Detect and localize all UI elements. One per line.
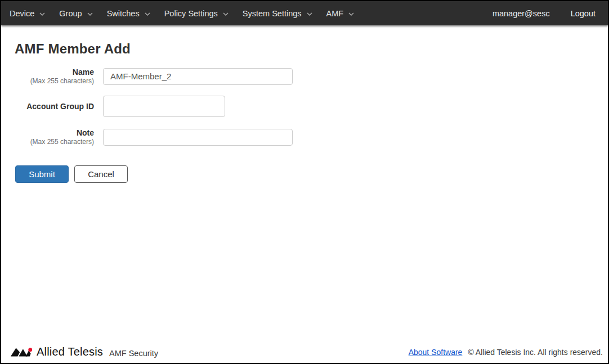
nav-item-device[interactable]: Device (8, 7, 48, 20)
amf-member-add-form: Name (Max 255 characters) Account Group … (15, 68, 608, 183)
nav-item-amf[interactable]: AMF (325, 7, 358, 20)
chevron-down-icon (145, 12, 150, 16)
nav-item-label: AMF (326, 9, 344, 18)
note-input[interactable] (103, 129, 293, 146)
submit-button[interactable]: Submit (15, 165, 69, 183)
chevron-down-icon (348, 12, 354, 16)
brand-name: Allied Telesis (37, 345, 103, 358)
nav-item-switches[interactable]: Switches (106, 7, 154, 20)
chevron-down-icon (87, 12, 93, 16)
nav-item-policy-settings[interactable]: Policy Settings (163, 7, 232, 20)
account-group-id-label: Account Group ID (15, 102, 94, 111)
main-content: AMF Member Add Name (Max 255 characters)… (1, 25, 608, 345)
form-actions: Submit Cancel (15, 165, 608, 183)
cancel-button[interactable]: Cancel (74, 165, 128, 183)
name-label-block: Name (Max 255 characters) (15, 68, 94, 86)
chevron-down-icon (223, 12, 229, 16)
nav-menu: Device Group Switches Policy Settings (8, 7, 367, 20)
note-label-block: Note (Max 255 characters) (15, 128, 94, 146)
footer: Allied Telesis AMF Security About Softwa… (1, 345, 608, 363)
note-label: Note (15, 128, 94, 137)
note-hint: (Max 255 characters) (15, 138, 94, 146)
logged-in-user: manager@sesc (492, 9, 550, 18)
chevron-down-icon (307, 12, 312, 16)
about-software-link[interactable]: About Software (409, 348, 463, 357)
nav-item-label: Device (10, 9, 34, 18)
nav-item-group[interactable]: Group (58, 7, 96, 20)
chevron-down-icon (39, 12, 45, 16)
nav-item-system-settings[interactable]: System Settings (241, 7, 316, 20)
form-row-name: Name (Max 255 characters) (15, 68, 608, 86)
name-hint: (Max 255 characters) (15, 78, 94, 86)
name-input[interactable] (103, 68, 293, 85)
footer-legal-area: About Software © Allied Telesis Inc. All… (409, 348, 603, 357)
page-title: AMF Member Add (15, 41, 608, 57)
name-label: Name (15, 68, 94, 77)
logout-button[interactable]: Logout (571, 9, 595, 18)
product-name: AMF Security (109, 349, 158, 358)
nav-item-label: Switches (107, 9, 140, 18)
form-row-account-group-id: Account Group ID (15, 96, 608, 117)
allied-telesis-logo-icon (10, 347, 33, 357)
top-navigation-bar: Device Group Switches Policy Settings (1, 1, 608, 25)
app-window: Device Group Switches Policy Settings (0, 0, 609, 364)
account-group-id-input[interactable] (103, 96, 225, 117)
nav-item-label: Group (59, 9, 82, 18)
footer-brand-area: Allied Telesis AMF Security (10, 345, 158, 358)
nav-item-label: Policy Settings (164, 9, 218, 18)
form-row-note: Note (Max 255 characters) (15, 128, 608, 146)
account-group-id-label-block: Account Group ID (15, 102, 94, 111)
nav-item-label: System Settings (243, 9, 302, 18)
copyright-text: © Allied Telesis Inc. All rights reserve… (468, 348, 603, 357)
